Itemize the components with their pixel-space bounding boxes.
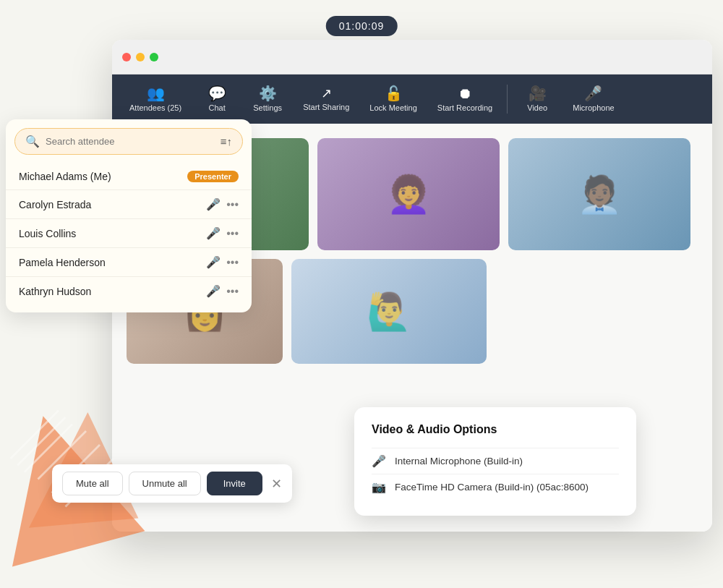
attendee-row-kathryn: Kathryn Hudson 🎤 •••	[6, 277, 252, 305]
browser-titlebar	[112, 40, 712, 74]
toolbar-item-microphone[interactable]: 🎤 Microphone	[562, 82, 624, 116]
microphone-label: Microphone	[573, 103, 614, 112]
toolbar-divider	[507, 85, 508, 114]
attendee-panel: 🔍 ≡↑ Michael Adams (Me) Presenter Caroly…	[6, 119, 252, 312]
attendee-name-kathryn: Kathryn Hudson	[19, 286, 199, 297]
timer-badge: 01:00:09	[326, 16, 398, 36]
more-icon-pamela[interactable]: •••	[226, 256, 239, 269]
mic-icon-kathryn[interactable]: 🎤	[206, 284, 221, 298]
video-label: Video	[527, 103, 547, 112]
audio-options-title: Video & Audio Options	[372, 423, 619, 436]
start-sharing-label: Start Sharing	[303, 103, 349, 111]
attendee-name-pamela: Pamela Henderson	[19, 257, 199, 268]
video-empty-slot	[495, 259, 690, 364]
traffic-light-minimize[interactable]	[136, 53, 145, 61]
toolbar-item-settings[interactable]: ⚙️ Settings	[242, 82, 293, 116]
mic-icon-carolyn[interactable]: 🎤	[206, 197, 221, 211]
video-icon: 🎥	[529, 86, 547, 101]
video-tile-2: 👩‍🦱	[317, 138, 500, 250]
attendees-icon: 👥	[147, 86, 165, 101]
timer-display: 01:00:09	[339, 20, 385, 32]
more-icon-louis[interactable]: •••	[226, 227, 239, 240]
search-icon: 🔍	[25, 135, 40, 148]
mic-icon-louis[interactable]: 🎤	[206, 226, 221, 240]
audio-option-microphone[interactable]: 🎤 Internal Microphone (Build-in)	[372, 448, 619, 474]
start-recording-icon: ⏺	[458, 86, 472, 101]
invite-button[interactable]: Invite	[207, 472, 262, 495]
traffic-light-close[interactable]	[122, 53, 131, 61]
video-tile-5: 🙋‍♂️	[291, 259, 487, 364]
traffic-light-maximize[interactable]	[150, 53, 158, 61]
toolbar-item-attendees[interactable]: 👥 Attendees (25)	[119, 82, 192, 116]
toolbar-item-chat[interactable]: 💬 Chat	[192, 82, 242, 116]
mic-option-label: Internal Microphone (Build-in)	[395, 456, 523, 466]
video-tile-3: 🧑🏾‍💼	[508, 138, 690, 250]
chat-icon: 💬	[208, 86, 226, 101]
person-face-3: 🧑🏾‍💼	[508, 138, 690, 250]
search-input[interactable]	[46, 136, 215, 147]
attendees-label: Attendees (25)	[129, 103, 181, 112]
attendee-name-louis: Louis Collins	[19, 228, 199, 239]
more-icon-kathryn[interactable]: •••	[226, 285, 239, 298]
attendee-row-michael: Michael Adams (Me) Presenter	[6, 163, 252, 190]
start-recording-label: Start Recording	[437, 103, 492, 112]
toolbar-item-start-recording[interactable]: ⏺ Start Recording	[427, 82, 502, 116]
more-icon-carolyn[interactable]: •••	[226, 198, 239, 211]
settings-icon: ⚙️	[259, 86, 277, 101]
attendee-row-pamela: Pamela Henderson 🎤 •••	[6, 248, 252, 277]
microphone-icon: 🎤	[584, 86, 602, 101]
unmute-all-button[interactable]: Unmute all	[129, 472, 201, 495]
start-sharing-icon: ↗	[321, 87, 332, 100]
attendee-name-michael: Michael Adams (Me)	[19, 171, 181, 182]
settings-label: Settings	[253, 103, 282, 112]
cam-option-icon: 📷	[372, 480, 386, 494]
attendee-search-bar: 🔍 ≡↑	[14, 128, 243, 155]
chat-label: Chat	[209, 103, 226, 112]
person-face-2: 👩‍🦱	[317, 138, 500, 250]
audio-options-popup: Video & Audio Options 🎤 Internal Microph…	[354, 407, 636, 516]
presenter-badge-michael: Presenter	[187, 171, 239, 182]
lock-meeting-icon: 🔓	[385, 86, 403, 101]
attendee-row-louis: Louis Collins 🎤 •••	[6, 219, 252, 248]
audio-option-camera[interactable]: 📷 FaceTime HD Camera (Build-in) (05ac:86…	[372, 474, 619, 500]
toolbar-item-video[interactable]: 🎥 Video	[512, 82, 562, 116]
mic-icon-pamela[interactable]: 🎤	[206, 255, 221, 269]
sort-icon[interactable]: ≡↑	[221, 135, 232, 148]
toolbar-item-lock-meeting[interactable]: 🔓 Lock Meeting	[359, 82, 427, 116]
toolbar: 👥 Attendees (25) 💬 Chat ⚙️ Settings ↗ St…	[112, 74, 712, 124]
attendee-row-carolyn: Carolyn Estrada 🎤 •••	[6, 190, 252, 219]
cam-option-label: FaceTime HD Camera (Build-in) (05ac:8600…	[395, 482, 589, 493]
mute-all-button[interactable]: Mute all	[62, 472, 123, 495]
mic-option-icon: 🎤	[372, 454, 386, 468]
toolbar-item-start-sharing[interactable]: ↗ Start Sharing	[293, 82, 359, 116]
action-bar-close-button[interactable]: ✕	[271, 477, 282, 490]
action-bar: Mute all Unmute all Invite ✕	[52, 464, 292, 503]
lock-meeting-label: Lock Meeting	[369, 103, 416, 112]
person-face-5: 🙋‍♂️	[291, 259, 487, 364]
attendee-name-carolyn: Carolyn Estrada	[19, 199, 199, 210]
